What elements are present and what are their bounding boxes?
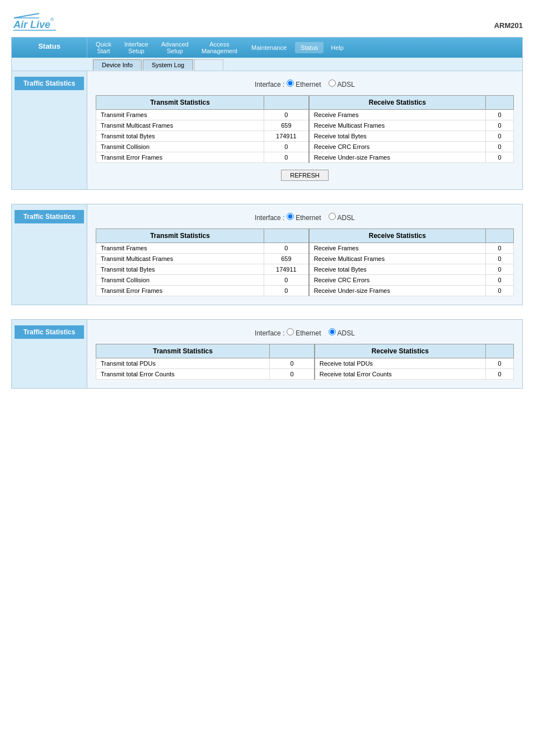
- interface-selector-3: Interface : Ethernet ADSL: [96, 328, 514, 337]
- panel-2: Traffic Statistics Interface : Ethernet …: [11, 204, 523, 305]
- receive-val-header-3: [486, 344, 514, 358]
- receive-value: 0: [486, 120, 514, 131]
- transmit-label: Transmit Error Frames: [96, 286, 264, 296]
- receive-header-3: Receive Statistics: [315, 344, 486, 358]
- transmit-label: Transmit Collision: [96, 142, 264, 152]
- receive-val-header-2: [486, 229, 514, 243]
- adsl-radio-1[interactable]: [329, 80, 336, 87]
- ethernet-label-2: Ethernet: [296, 214, 321, 222]
- svg-line-0: [14, 13, 39, 18]
- adsl-radio-2[interactable]: [329, 213, 336, 220]
- transmit-value: 0: [264, 142, 309, 152]
- transmit-label: Transmit Multicast Frames: [96, 120, 264, 131]
- transmit-value: 0: [264, 110, 309, 120]
- status-nav-label: Status: [12, 38, 87, 58]
- receive-value: 0: [486, 369, 514, 380]
- stats-table-3: Transmit Statistics Receive Statistics T…: [96, 344, 514, 380]
- transmit-label: Transmit total PDUs: [96, 358, 270, 369]
- transmit-value: 0: [270, 369, 315, 380]
- receive-label: Receive total Bytes: [309, 264, 486, 275]
- transmit-label: Transmit Error Frames: [96, 152, 264, 163]
- receive-label: Receive total PDUs: [315, 358, 486, 369]
- receive-val-header-1: [486, 96, 514, 110]
- nav-item-access-management[interactable]: AccessManagement: [196, 39, 243, 57]
- ethernet-radio-1[interactable]: [287, 80, 294, 87]
- transmit-value: 0: [264, 286, 309, 296]
- receive-label: Receive Frames: [309, 110, 486, 120]
- receive-label: Receive total Error Counts: [315, 369, 486, 380]
- receive-value: 0: [486, 254, 514, 264]
- interface-selector-1: Interface : Ethernet ADSL: [96, 80, 514, 88]
- nav-item-help[interactable]: Help: [325, 42, 349, 53]
- sidebar-label-2: Traffic Statistics: [15, 210, 84, 223]
- receive-value: 0: [486, 243, 514, 254]
- sidebar-traffic-statistics-3: Traffic Statistics: [12, 320, 87, 388]
- transmit-label: Transmit total Bytes: [96, 264, 264, 275]
- ethernet-label-1: Ethernet: [296, 81, 321, 88]
- subtab-device-info[interactable]: Device Info: [93, 59, 142, 71]
- transmit-value: 174911: [264, 131, 309, 142]
- sidebar-label-1: Traffic Statistics: [15, 77, 84, 90]
- stats-table-2: Transmit Statistics Receive Statistics T…: [96, 228, 514, 296]
- interface-label-2: Interface :: [255, 214, 284, 222]
- interface-selector-2: Interface : Ethernet ADSL: [96, 213, 514, 222]
- transmit-val-header-2: [264, 229, 309, 243]
- receive-value: 0: [486, 358, 514, 369]
- sidebar-traffic-statistics-2: Traffic Statistics: [12, 204, 87, 305]
- transmit-label: Transmit total Error Counts: [96, 369, 270, 380]
- stats-table-1: Transmit Statistics Receive Statistics T…: [96, 95, 514, 163]
- sidebar-traffic-statistics-1: Traffic Statistics: [12, 71, 87, 189]
- sidebar-label-3: Traffic Statistics: [15, 325, 84, 339]
- receive-label: Receive Under-size Frames: [309, 152, 486, 163]
- receive-label: Receive CRC Errors: [309, 142, 486, 152]
- panel-3: Traffic Statistics Interface : Ethernet …: [11, 319, 523, 389]
- svg-text:Air Live: Air Live: [13, 19, 50, 30]
- subtab-dotted[interactable]: [194, 59, 223, 71]
- receive-label: Receive Multicast Frames: [309, 254, 486, 264]
- nav-item-maintenance[interactable]: Maintenance: [245, 42, 293, 53]
- receive-label: Receive total Bytes: [309, 131, 486, 142]
- adsl-radio-3[interactable]: [329, 328, 336, 335]
- nav-item-interface-setup[interactable]: InterfaceSetup: [119, 39, 154, 57]
- interface-label-3: Interface :: [255, 329, 284, 337]
- transmit-value: 659: [264, 254, 309, 264]
- receive-value: 0: [486, 275, 514, 286]
- transmit-header-3: Transmit Statistics: [96, 344, 270, 358]
- transmit-val-header-3: [270, 344, 315, 358]
- transmit-value: 0: [264, 243, 309, 254]
- receive-value: 0: [486, 152, 514, 163]
- logo: Air Live ®: [11, 11, 70, 34]
- nav-item-status[interactable]: Status: [295, 42, 324, 53]
- receive-value: 0: [486, 110, 514, 120]
- ethernet-radio-2[interactable]: [287, 213, 294, 220]
- transmit-val-header-1: [264, 96, 309, 110]
- receive-header-1: Receive Statistics: [309, 96, 486, 110]
- transmit-value: 0: [264, 275, 309, 286]
- receive-label: Receive CRC Errors: [309, 275, 486, 286]
- ethernet-label-3: Ethernet: [296, 329, 321, 337]
- receive-value: 0: [486, 131, 514, 142]
- transmit-label: Transmit Multicast Frames: [96, 254, 264, 264]
- transmit-value: 174911: [264, 264, 309, 275]
- transmit-label: Transmit Collision: [96, 275, 264, 286]
- refresh-button-1[interactable]: REFRESH: [281, 170, 329, 181]
- adsl-label-3: ADSL: [338, 329, 355, 337]
- adsl-label-2: ADSL: [338, 214, 355, 222]
- transmit-value: 659: [264, 120, 309, 131]
- ethernet-radio-3[interactable]: [287, 328, 294, 335]
- adsl-label-1: ADSL: [338, 81, 355, 88]
- nav-item-advanced-setup[interactable]: AdvancedSetup: [156, 39, 194, 57]
- model-name: ARM201: [494, 21, 523, 30]
- transmit-label: Transmit total Bytes: [96, 131, 264, 142]
- transmit-header-2: Transmit Statistics: [96, 229, 264, 243]
- transmit-label: Transmit Frames: [96, 110, 264, 120]
- nav-item-quick-start[interactable]: QuickStart: [90, 39, 117, 57]
- receive-value: 0: [486, 142, 514, 152]
- receive-label: Receive Frames: [309, 243, 486, 254]
- transmit-header-1: Transmit Statistics: [96, 96, 264, 110]
- subtab-system-log[interactable]: System Log: [143, 59, 193, 71]
- svg-text:®: ®: [50, 17, 54, 22]
- receive-header-2: Receive Statistics: [309, 229, 486, 243]
- receive-label: Receive Multicast Frames: [309, 120, 486, 131]
- transmit-value: 0: [264, 152, 309, 163]
